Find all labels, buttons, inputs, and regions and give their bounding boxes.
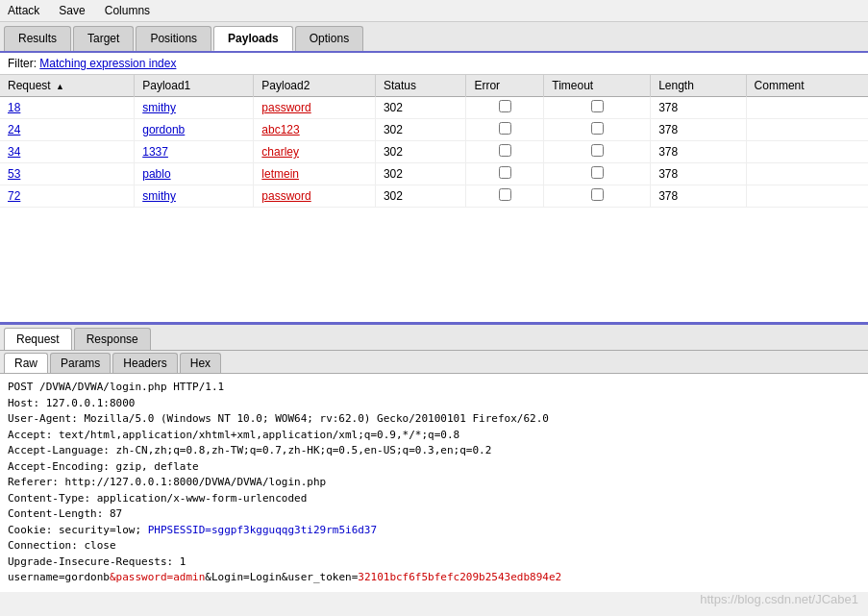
cell-length: 378 [651,163,746,185]
cell-status: 302 [375,141,465,163]
results-table: Request ▲ Payload1 Payload2 Status Error… [0,75,868,208]
bottom-tab-response[interactable]: Response [74,328,151,350]
cell-comment [746,163,868,185]
table-row[interactable]: 24gordonbabc123302378 [0,119,868,141]
cell-error[interactable] [466,185,544,208]
inner-tab-raw[interactable]: Raw [4,353,48,373]
cell-request[interactable]: 72 [0,185,135,208]
table-row[interactable]: 53pabloletmein302378 [0,163,868,185]
request-line: User-Agent: Mozilla/5.0 (Windows NT 10.0… [8,411,860,428]
cell-timeout[interactable] [544,141,651,163]
main-tab-bar: Results Target Positions Payloads Option… [0,22,868,53]
col-timeout[interactable]: Timeout [544,75,651,97]
col-error[interactable]: Error [466,75,544,97]
inner-tab-bar: Raw Params Headers Hex [0,351,868,374]
cell-payload2: password [254,97,376,119]
tab-positions[interactable]: Positions [136,26,211,51]
cell-length: 378 [651,119,746,141]
request-line: Upgrade-Insecure-Requests: 1 [8,554,860,571]
tab-payloads[interactable]: Payloads [213,26,293,51]
cell-error[interactable] [466,163,544,185]
request-body-line: username=gordonb&password=admin&Login=Lo… [8,570,860,586]
bottom-tab-request[interactable]: Request [4,328,72,350]
request-line: Accept-Language: zh-CN,zh;q=0.8,zh-TW;q=… [8,443,860,459]
request-line: Content-Type: application/x-www-form-url… [8,491,860,507]
cell-length: 378 [651,185,746,208]
tab-results[interactable]: Results [4,26,71,51]
sort-arrow-request: ▲ [56,82,64,91]
cell-payload1: smithy [135,97,254,119]
cell-payload1: 1337 [135,141,254,163]
menu-attack[interactable]: Attack [4,2,43,19]
col-request[interactable]: Request ▲ [0,75,135,97]
table-row[interactable]: 18smithypassword302378 [0,97,868,119]
table-row[interactable]: 72smithypassword302378 [0,185,868,208]
bottom-panel: Request Response Raw Params Headers Hex … [0,325,868,592]
col-payload2[interactable]: Payload2 [254,75,376,97]
cell-timeout[interactable] [544,119,651,141]
cell-payload1: smithy [135,185,254,208]
inner-tab-hex[interactable]: Hex [180,353,221,373]
cell-request[interactable]: 53 [0,163,135,185]
col-length[interactable]: Length [651,75,746,97]
tab-target[interactable]: Target [73,26,134,51]
cell-request[interactable]: 34 [0,141,135,163]
tab-options[interactable]: Options [295,26,363,51]
cell-comment [746,185,868,208]
cell-length: 378 [651,141,746,163]
request-line: Content-Length: 87 [8,506,860,523]
cell-timeout[interactable] [544,163,651,185]
col-comment[interactable]: Comment [746,75,868,97]
request-line: Accept-Encoding: gzip, deflate [8,459,860,476]
inner-tab-headers[interactable]: Headers [112,353,177,373]
request-line: Cookie: security=low; PHPSESSID=sggpf3kg… [8,523,860,539]
cell-payload2: abc123 [254,119,376,141]
request-line: Connection: close [8,538,860,554]
cell-status: 302 [375,119,465,141]
cell-status: 302 [375,163,465,185]
filter-label: Filter: [8,57,37,70]
cell-comment [746,119,868,141]
cell-payload1: pablo [135,163,254,185]
cell-comment [746,97,868,119]
cell-payload2: letmein [254,163,376,185]
cell-error[interactable] [466,119,544,141]
request-line: Referer: http://127.0.0.1:8000/DVWA/DVWA… [8,475,860,491]
request-line: POST /DVWA/DVWA/login.php HTTP/1.1 [8,380,860,396]
request-content: POST /DVWA/DVWA/login.php HTTP/1.1Host: … [0,374,868,592]
cell-request[interactable]: 24 [0,119,135,141]
cell-payload1: gordonb [135,119,254,141]
cell-status: 302 [375,185,465,208]
cell-timeout[interactable] [544,185,651,208]
cell-error[interactable] [466,97,544,119]
inner-tab-params[interactable]: Params [50,353,111,373]
bottom-tab-bar: Request Response [0,325,868,351]
filter-bar: Filter: Matching expression index [0,53,868,75]
menu-save[interactable]: Save [55,2,88,19]
cell-payload2: charley [254,141,376,163]
col-payload1[interactable]: Payload1 [135,75,254,97]
menu-columns[interactable]: Columns [101,2,154,19]
cell-request[interactable]: 18 [0,97,135,119]
request-line: Host: 127.0.0.1:8000 [8,396,860,412]
cell-status: 302 [375,97,465,119]
cell-error[interactable] [466,141,544,163]
cell-length: 378 [651,97,746,119]
filter-link[interactable]: Matching expression index [39,57,176,70]
request-line: Accept: text/html,application/xhtml+xml,… [8,428,860,444]
col-status[interactable]: Status [375,75,465,97]
cell-comment [746,141,868,163]
table-row[interactable]: 341337charley302378 [0,141,868,163]
menu-bar: Attack Save Columns [0,0,868,22]
cell-timeout[interactable] [544,97,651,119]
results-table-section: Request ▲ Payload1 Payload2 Status Error… [0,75,868,325]
cell-payload2: password [254,185,376,208]
